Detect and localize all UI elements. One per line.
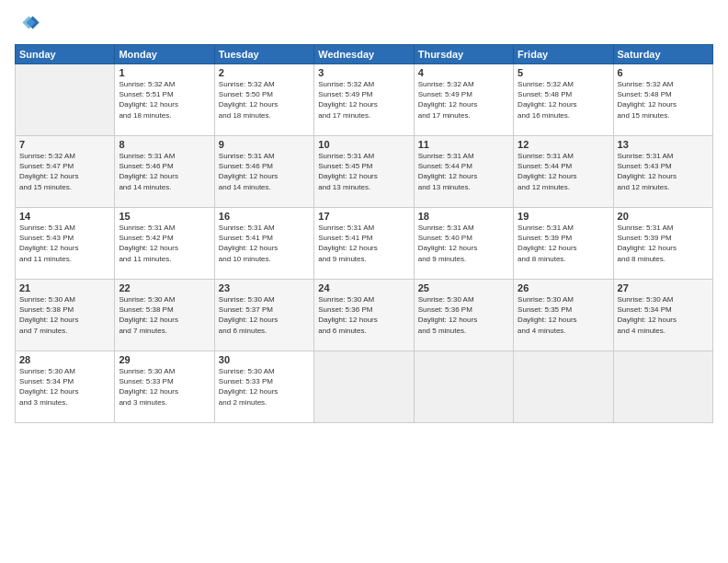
calendar-cell: 18Sunrise: 5:31 AM Sunset: 5:40 PM Dayli… <box>414 208 513 280</box>
day-info: Sunrise: 5:32 AM Sunset: 5:50 PM Dayligh… <box>219 79 310 121</box>
weekday-header: Monday <box>115 45 214 64</box>
day-number: 6 <box>618 67 709 78</box>
day-number: 21 <box>19 282 110 293</box>
calendar-cell: 1Sunrise: 5:32 AM Sunset: 5:51 PM Daylig… <box>115 64 214 136</box>
calendar-cell: 11Sunrise: 5:31 AM Sunset: 5:44 PM Dayli… <box>414 136 513 208</box>
day-info: Sunrise: 5:31 AM Sunset: 5:46 PM Dayligh… <box>119 151 210 192</box>
calendar-cell: 3Sunrise: 5:32 AM Sunset: 5:49 PM Daylig… <box>314 64 414 136</box>
header-row: SundayMondayTuesdayWednesdayThursdayFrid… <box>16 45 713 64</box>
calendar-cell: 4Sunrise: 5:32 AM Sunset: 5:49 PM Daylig… <box>414 64 513 136</box>
day-number: 19 <box>518 211 609 222</box>
calendar-cell: 23Sunrise: 5:30 AM Sunset: 5:37 PM Dayli… <box>214 280 313 351</box>
weekday-header: Friday <box>514 45 613 64</box>
calendar-cell: 10Sunrise: 5:31 AM Sunset: 5:45 PM Dayli… <box>314 136 414 208</box>
day-info: Sunrise: 5:30 AM Sunset: 5:34 PM Dayligh… <box>19 366 110 408</box>
day-info: Sunrise: 5:32 AM Sunset: 5:48 PM Dayligh… <box>518 79 609 121</box>
day-info: Sunrise: 5:32 AM Sunset: 5:47 PM Dayligh… <box>19 151 110 192</box>
day-number: 9 <box>219 139 310 150</box>
day-info: Sunrise: 5:30 AM Sunset: 5:33 PM Dayligh… <box>219 366 310 408</box>
calendar-week-row: 1Sunrise: 5:32 AM Sunset: 5:51 PM Daylig… <box>16 64 713 136</box>
calendar-week-row: 14Sunrise: 5:31 AM Sunset: 5:43 PM Dayli… <box>16 208 713 280</box>
day-info: Sunrise: 5:30 AM Sunset: 5:38 PM Dayligh… <box>119 294 210 336</box>
day-number: 16 <box>219 211 310 222</box>
calendar-cell: 2Sunrise: 5:32 AM Sunset: 5:50 PM Daylig… <box>214 64 313 136</box>
calendar-cell: 5Sunrise: 5:32 AM Sunset: 5:48 PM Daylig… <box>514 64 613 136</box>
day-info: Sunrise: 5:31 AM Sunset: 5:42 PM Dayligh… <box>119 223 210 264</box>
header <box>15 11 713 37</box>
calendar-table: SundayMondayTuesdayWednesdayThursdayFrid… <box>15 44 713 423</box>
day-info: Sunrise: 5:31 AM Sunset: 5:39 PM Dayligh… <box>518 223 609 264</box>
day-number: 5 <box>518 67 609 78</box>
day-info: Sunrise: 5:30 AM Sunset: 5:36 PM Dayligh… <box>418 294 509 336</box>
day-number: 22 <box>119 282 210 293</box>
weekday-header: Wednesday <box>314 45 414 64</box>
calendar-cell: 26Sunrise: 5:30 AM Sunset: 5:35 PM Dayli… <box>514 280 613 351</box>
day-info: Sunrise: 5:30 AM Sunset: 5:36 PM Dayligh… <box>318 294 409 336</box>
calendar-cell: 7Sunrise: 5:32 AM Sunset: 5:47 PM Daylig… <box>16 136 115 208</box>
calendar-week-row: 28Sunrise: 5:30 AM Sunset: 5:34 PM Dayli… <box>16 351 713 423</box>
calendar-cell: 12Sunrise: 5:31 AM Sunset: 5:44 PM Dayli… <box>514 136 613 208</box>
day-number: 20 <box>618 211 709 222</box>
day-info: Sunrise: 5:32 AM Sunset: 5:51 PM Dayligh… <box>119 79 210 121</box>
day-info: Sunrise: 5:30 AM Sunset: 5:38 PM Dayligh… <box>19 294 110 336</box>
calendar-cell: 16Sunrise: 5:31 AM Sunset: 5:41 PM Dayli… <box>214 208 313 280</box>
calendar-cell <box>314 351 414 423</box>
calendar-cell: 17Sunrise: 5:31 AM Sunset: 5:41 PM Dayli… <box>314 208 414 280</box>
logo <box>15 11 44 37</box>
day-info: Sunrise: 5:31 AM Sunset: 5:45 PM Dayligh… <box>318 151 409 192</box>
day-number: 24 <box>318 282 409 293</box>
weekday-header: Tuesday <box>214 45 313 64</box>
calendar-cell <box>613 351 712 423</box>
weekday-header: Sunday <box>16 45 115 64</box>
day-info: Sunrise: 5:31 AM Sunset: 5:41 PM Dayligh… <box>318 223 409 264</box>
calendar-cell <box>514 351 613 423</box>
calendar-cell: 19Sunrise: 5:31 AM Sunset: 5:39 PM Dayli… <box>514 208 613 280</box>
calendar-cell: 14Sunrise: 5:31 AM Sunset: 5:43 PM Dayli… <box>16 208 115 280</box>
day-number: 10 <box>318 139 409 150</box>
day-info: Sunrise: 5:31 AM Sunset: 5:39 PM Dayligh… <box>618 223 709 264</box>
day-number: 17 <box>318 211 409 222</box>
calendar-page: SundayMondayTuesdayWednesdayThursdayFrid… <box>0 0 728 563</box>
day-number: 8 <box>119 139 210 150</box>
day-info: Sunrise: 5:30 AM Sunset: 5:35 PM Dayligh… <box>518 294 609 336</box>
calendar-cell: 9Sunrise: 5:31 AM Sunset: 5:46 PM Daylig… <box>214 136 313 208</box>
calendar-week-row: 7Sunrise: 5:32 AM Sunset: 5:47 PM Daylig… <box>16 136 713 208</box>
day-number: 12 <box>518 139 609 150</box>
calendar-cell: 22Sunrise: 5:30 AM Sunset: 5:38 PM Dayli… <box>115 280 214 351</box>
day-number: 29 <box>119 354 210 365</box>
weekday-header: Saturday <box>613 45 712 64</box>
day-number: 2 <box>219 67 310 78</box>
calendar-cell: 25Sunrise: 5:30 AM Sunset: 5:36 PM Dayli… <box>414 280 513 351</box>
calendar-cell: 6Sunrise: 5:32 AM Sunset: 5:48 PM Daylig… <box>613 64 712 136</box>
day-info: Sunrise: 5:31 AM Sunset: 5:44 PM Dayligh… <box>518 151 609 192</box>
calendar-cell: 27Sunrise: 5:30 AM Sunset: 5:34 PM Dayli… <box>613 280 712 351</box>
day-number: 26 <box>518 282 609 293</box>
calendar-cell <box>414 351 513 423</box>
day-info: Sunrise: 5:30 AM Sunset: 5:33 PM Dayligh… <box>119 366 210 408</box>
day-info: Sunrise: 5:32 AM Sunset: 5:48 PM Dayligh… <box>618 79 709 121</box>
day-info: Sunrise: 5:30 AM Sunset: 5:34 PM Dayligh… <box>618 294 709 336</box>
day-number: 14 <box>19 211 110 222</box>
day-number: 18 <box>418 211 509 222</box>
day-number: 25 <box>418 282 509 293</box>
calendar-cell: 24Sunrise: 5:30 AM Sunset: 5:36 PM Dayli… <box>314 280 414 351</box>
day-number: 30 <box>219 354 310 365</box>
calendar-cell: 29Sunrise: 5:30 AM Sunset: 5:33 PM Dayli… <box>115 351 214 423</box>
calendar-week-row: 21Sunrise: 5:30 AM Sunset: 5:38 PM Dayli… <box>16 280 713 351</box>
day-number: 11 <box>418 139 509 150</box>
day-number: 3 <box>318 67 409 78</box>
day-info: Sunrise: 5:32 AM Sunset: 5:49 PM Dayligh… <box>418 79 509 121</box>
day-number: 27 <box>618 282 709 293</box>
calendar-cell: 30Sunrise: 5:30 AM Sunset: 5:33 PM Dayli… <box>214 351 313 423</box>
day-number: 1 <box>119 67 210 78</box>
day-number: 23 <box>219 282 310 293</box>
day-info: Sunrise: 5:31 AM Sunset: 5:46 PM Dayligh… <box>219 151 310 192</box>
day-number: 15 <box>119 211 210 222</box>
day-info: Sunrise: 5:31 AM Sunset: 5:43 PM Dayligh… <box>19 223 110 264</box>
logo-icon <box>15 11 40 37</box>
calendar-cell <box>16 64 115 136</box>
calendar-cell: 13Sunrise: 5:31 AM Sunset: 5:43 PM Dayli… <box>613 136 712 208</box>
calendar-cell: 21Sunrise: 5:30 AM Sunset: 5:38 PM Dayli… <box>16 280 115 351</box>
day-number: 28 <box>19 354 110 365</box>
calendar-cell: 15Sunrise: 5:31 AM Sunset: 5:42 PM Dayli… <box>115 208 214 280</box>
